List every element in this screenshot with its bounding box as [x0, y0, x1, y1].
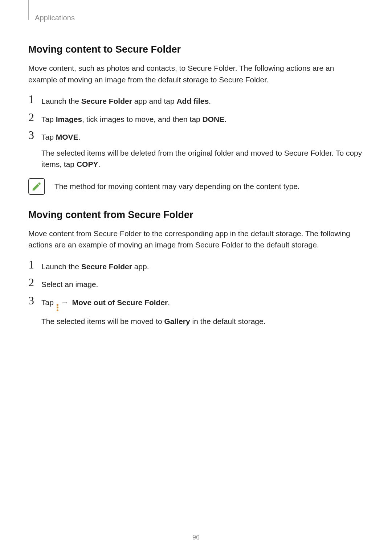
step-text: .	[168, 298, 170, 307]
step-text: Tap	[41, 298, 56, 307]
step-2-row: 2 Tap Images, tick images to move, and t…	[28, 111, 364, 125]
step-text: app and tap	[132, 97, 177, 105]
step-text: , tick images to move, and then tap	[82, 115, 203, 123]
action-name: Images	[56, 115, 82, 123]
action-name: Move out of Secure Folder	[72, 298, 168, 307]
step2-3-row: 3 Tap → Move out of Secure Folder.	[28, 295, 364, 311]
step2-2-row: 2 Select an image.	[28, 276, 364, 290]
section-heading-moving-to: Moving content to Secure Folder	[28, 44, 364, 55]
step2-2-body: Select an image.	[41, 276, 98, 290]
page-header: Applications	[28, 11, 364, 22]
step-number: 3	[28, 295, 41, 306]
pencil-note-icon	[31, 181, 42, 192]
step-text: Launch the	[41, 262, 81, 271]
more-options-icon	[57, 304, 59, 311]
note-text: The method for moving content may vary d…	[54, 181, 300, 192]
step-text: .	[209, 97, 211, 105]
step-number: 2	[28, 111, 41, 123]
header-divider	[28, 0, 29, 20]
step-text: .	[78, 133, 81, 141]
document-page: Applications Moving content to Secure Fo…	[0, 0, 392, 554]
arrow-icon: →	[61, 298, 69, 307]
step-3-row: 3 Tap MOVE.	[28, 129, 364, 143]
step2-1-body: Launch the Secure Folder app.	[41, 259, 149, 272]
step-text: Launch the	[41, 97, 81, 105]
step-text: Tap	[41, 115, 56, 123]
step-number: 3	[28, 129, 41, 141]
app-name: Secure Folder	[81, 97, 132, 105]
section-heading-moving-from: Moving content from Secure Folder	[28, 209, 364, 221]
step2-3-sub: The selected items will be moved to Gall…	[41, 316, 364, 327]
note-row: The method for moving content may vary d…	[28, 178, 364, 195]
step-number: 1	[28, 93, 41, 105]
step-text: .	[224, 115, 226, 123]
step2-3-body: Tap → Move out of Secure Folder.	[41, 295, 170, 311]
action-name: MOVE	[56, 133, 78, 141]
action-name: COPY	[77, 160, 98, 168]
section1-intro: Move content, such as photos and contact…	[28, 62, 364, 85]
app-name: Secure Folder	[81, 262, 132, 271]
step-2-body: Tap Images, tick images to move, and the…	[41, 111, 226, 125]
app-name: Gallery	[164, 317, 190, 325]
step-sub-text: The selected items will be moved to	[41, 317, 164, 325]
step-text: Select an image.	[41, 280, 98, 288]
action-name: Add files	[176, 97, 209, 105]
step-1-row: 1 Launch the Secure Folder app and tap A…	[28, 93, 364, 107]
step-sub-text: .	[98, 160, 100, 168]
page-number: 96	[0, 534, 392, 541]
section2-intro: Move content from Secure Folder to the c…	[28, 228, 364, 251]
step-1-body: Launch the Secure Folder app and tap Add…	[41, 93, 211, 107]
note-icon	[28, 178, 45, 195]
step-number: 1	[28, 259, 41, 270]
step-3-sub: The selected items will be deleted from …	[41, 147, 364, 170]
step-sub-text: in the default storage.	[190, 317, 266, 325]
page-content: Moving content to Secure Folder Move con…	[28, 22, 364, 327]
step-number: 2	[28, 276, 41, 288]
step-text: Tap	[41, 133, 56, 141]
breadcrumb: Applications	[35, 11, 75, 22]
action-name: DONE	[203, 115, 225, 123]
section-2: Moving content from Secure Folder Move c…	[28, 209, 364, 327]
step-text: app.	[132, 262, 149, 271]
step2-1-row: 1 Launch the Secure Folder app.	[28, 259, 364, 272]
step-3-body: Tap MOVE.	[41, 129, 80, 143]
